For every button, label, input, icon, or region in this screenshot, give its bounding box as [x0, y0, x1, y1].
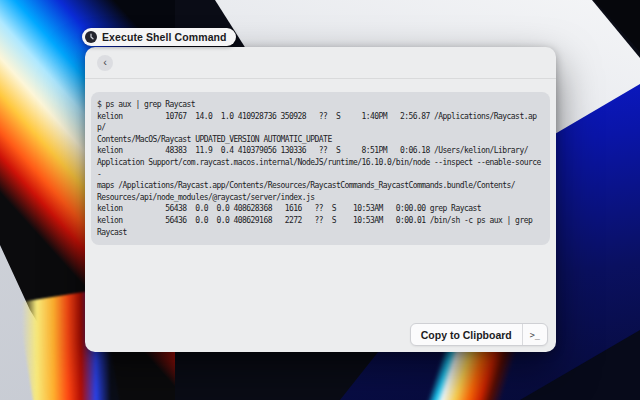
back-button[interactable]: ‹	[97, 55, 113, 71]
terminal-output-text: $ ps aux | grep Raycast kelion 10767 14.…	[97, 99, 544, 238]
copy-to-clipboard-button[interactable]: Copy to Clipboard >_	[410, 323, 548, 346]
command-clock-icon	[85, 31, 97, 43]
chevron-left-icon: ‹	[103, 57, 107, 68]
terminal-output-block: $ ps aux | grep Raycast kelion 10767 14.…	[91, 92, 550, 245]
window-header: ‹	[85, 47, 556, 79]
terminal-prompt-key-icon: >_	[523, 324, 547, 345]
toast-label: Execute Shell Command	[102, 31, 227, 43]
toast-execute-shell-command: Execute Shell Command	[82, 28, 236, 46]
copy-button-label: Copy to Clipboard	[411, 324, 522, 345]
raycast-window: ‹ $ ps aux | grep Raycast kelion 10767 1…	[85, 47, 556, 352]
